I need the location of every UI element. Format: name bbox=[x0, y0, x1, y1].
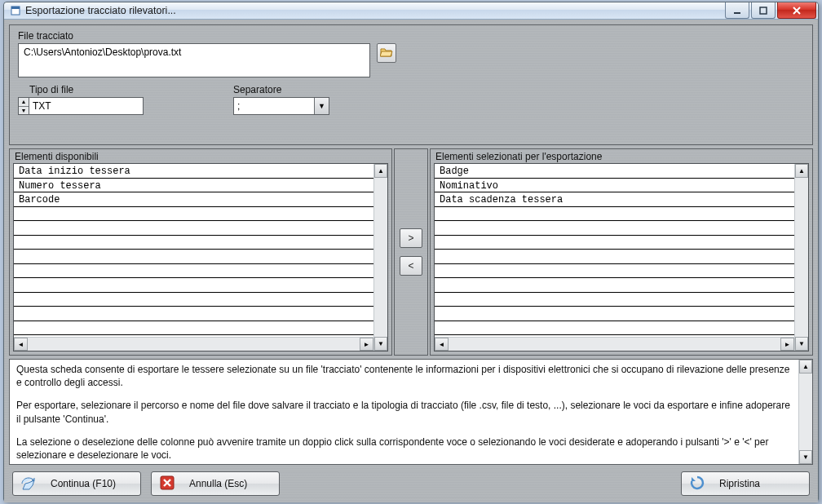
list-item: . bbox=[14, 321, 373, 336]
move-right-button[interactable]: > bbox=[400, 228, 422, 248]
list-item: . bbox=[14, 293, 373, 307]
close-button[interactable] bbox=[777, 2, 816, 19]
file-path-input[interactable]: C:\Users\Antonioz\Desktop\prova.txt bbox=[18, 43, 370, 77]
list-item: . bbox=[14, 264, 373, 279]
scroll-left-icon[interactable]: ◄ bbox=[435, 338, 449, 351]
scroll-down-icon[interactable]: ▼ bbox=[799, 450, 812, 464]
cancel-button[interactable]: Annulla (Esc) bbox=[151, 471, 280, 496]
list-item: . bbox=[435, 250, 794, 264]
list-item: . bbox=[435, 307, 794, 321]
list-item: . bbox=[435, 278, 794, 293]
instructions-panel: Questa scheda consente di esportare le t… bbox=[9, 359, 813, 465]
restore-label: Ripristina bbox=[719, 478, 760, 489]
file-panel: File tracciato C:\Users\Antonioz\Desktop… bbox=[9, 24, 813, 145]
scroll-down-icon[interactable]: ▼ bbox=[795, 337, 808, 351]
separator-combo[interactable]: ; ▼ bbox=[233, 97, 329, 115]
scroll-left-icon[interactable]: ◄ bbox=[14, 338, 28, 351]
list-item[interactable]: Numero tessera bbox=[14, 179, 373, 193]
list-item[interactable]: Badge bbox=[435, 164, 794, 179]
window-title: Esportazione tracciato rilevatori... bbox=[25, 5, 176, 16]
scroll-down-icon[interactable]: ▼ bbox=[374, 337, 387, 351]
instructions-text: Questa scheda consente di esportare le t… bbox=[10, 360, 798, 464]
list-item: . bbox=[435, 321, 794, 336]
instructions-p2: Per esportare, selezionare il percorso e… bbox=[16, 399, 792, 425]
list-item: . bbox=[14, 307, 373, 321]
list-item[interactable]: Nominativo bbox=[435, 179, 794, 193]
continue-button[interactable]: Continua (F10) bbox=[12, 471, 141, 496]
list-item: . bbox=[435, 293, 794, 307]
list-item[interactable]: Data inizio tessera bbox=[14, 164, 373, 179]
cancel-label: Annulla (Esc) bbox=[189, 478, 247, 489]
vscrollbar[interactable]: ▲ ▼ bbox=[798, 360, 812, 464]
browse-file-button[interactable] bbox=[377, 43, 396, 63]
list-item: . bbox=[14, 221, 373, 236]
separator-value: ; bbox=[234, 100, 314, 112]
hscrollbar[interactable]: ◄ ► bbox=[14, 337, 373, 351]
list-item: . bbox=[435, 236, 794, 250]
instructions-p1: Questa scheda consente di esportare le t… bbox=[16, 363, 792, 389]
refresh-icon bbox=[688, 475, 706, 493]
restore-button[interactable]: Ripristina bbox=[681, 471, 810, 496]
minimize-button[interactable] bbox=[725, 2, 749, 19]
svg-rect-3 bbox=[760, 7, 767, 14]
selected-title: Elementi selezionati per l'esportazione bbox=[431, 149, 812, 163]
scroll-up-icon[interactable]: ▲ bbox=[795, 164, 808, 178]
vscrollbar[interactable]: ▲ ▼ bbox=[373, 164, 387, 351]
list-item[interactable]: Data scadenza tessera bbox=[435, 192, 794, 207]
available-panel: Elementi disponibili Data inizio tessera… bbox=[9, 148, 392, 356]
available-list[interactable]: Data inizio tesseraNumero tesseraBarcode… bbox=[14, 164, 373, 337]
list-item: . bbox=[14, 278, 373, 293]
hscrollbar[interactable]: ◄ ► bbox=[435, 337, 794, 351]
list-item: . bbox=[14, 250, 373, 264]
scroll-up-icon[interactable]: ▲ bbox=[799, 360, 812, 374]
type-label: Tipo di file bbox=[29, 84, 144, 95]
scroll-up-icon[interactable]: ▲ bbox=[374, 164, 387, 178]
list-item: . bbox=[435, 264, 794, 279]
move-buttons-panel: > < bbox=[394, 148, 428, 356]
maximize-button[interactable] bbox=[751, 2, 776, 19]
list-item: . bbox=[435, 207, 794, 222]
scroll-right-icon[interactable]: ► bbox=[360, 338, 373, 351]
continue-icon bbox=[20, 475, 38, 493]
scroll-right-icon[interactable]: ► bbox=[780, 338, 794, 351]
list-item: . bbox=[14, 207, 373, 222]
file-type-input[interactable] bbox=[29, 97, 144, 115]
svg-rect-2 bbox=[734, 12, 740, 14]
app-icon bbox=[9, 4, 22, 17]
selected-list[interactable]: BadgeNominativoData scadenza tessera....… bbox=[435, 164, 794, 337]
continue-label: Continua (F10) bbox=[51, 478, 116, 489]
titlebar: Esportazione tracciato rilevatori... bbox=[4, 2, 818, 20]
available-title: Elementi disponibili bbox=[10, 149, 391, 163]
list-item[interactable]: Barcode bbox=[14, 192, 373, 207]
folder-open-icon bbox=[380, 46, 393, 60]
cancel-icon bbox=[158, 475, 176, 493]
selected-panel: Elementi selezionati per l'esportazione … bbox=[430, 148, 813, 356]
list-item: . bbox=[435, 221, 794, 236]
chevron-down-icon: ▼ bbox=[314, 98, 329, 114]
bottom-bar: Continua (F10) Annulla (Esc) Ripristina bbox=[9, 471, 813, 497]
instructions-p3: La selezione o deselezione delle colonne… bbox=[16, 435, 792, 462]
list-item: . bbox=[14, 236, 373, 250]
move-left-button[interactable]: < bbox=[400, 256, 422, 276]
separator-label: Separatore bbox=[233, 84, 329, 95]
type-spinner[interactable]: ▲▼ bbox=[18, 97, 29, 115]
svg-rect-1 bbox=[11, 7, 20, 9]
file-label: File tracciato bbox=[18, 30, 804, 42]
vscrollbar[interactable]: ▲ ▼ bbox=[794, 164, 808, 351]
